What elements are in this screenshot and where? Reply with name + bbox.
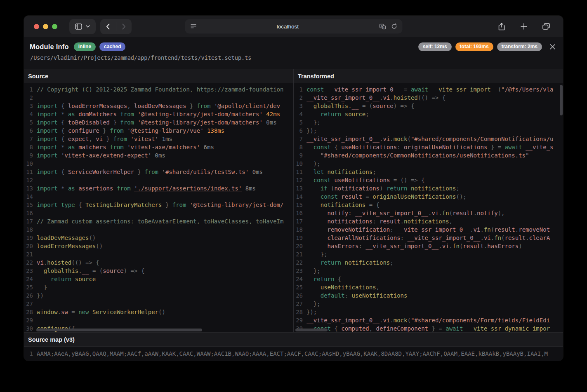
minimize-window-button[interactable]	[43, 24, 48, 29]
code-token: {	[75, 202, 85, 208]
reader-icon[interactable]	[190, 24, 196, 29]
code-token: .	[438, 243, 442, 249]
code-token: from	[144, 169, 158, 175]
code-line: 5 };	[294, 118, 563, 127]
code-token	[306, 259, 321, 266]
code-token	[306, 292, 321, 299]
code-token: useNotifications	[321, 284, 376, 291]
code-line: 3import { loadErrorMessages, loadDevMess…	[24, 102, 293, 110]
code-token: :	[372, 218, 380, 225]
code-token: __	[82, 268, 89, 274]
code-token: import type	[37, 202, 75, 208]
code-token: mock	[394, 136, 408, 142]
translate-icon[interactable]: Ax	[379, 23, 386, 29]
code-token: } =	[428, 325, 446, 332]
horizontal-scrollbar[interactable]	[36, 329, 202, 331]
source-code[interactable]: 1// Copyright (C) 2012-2025 Zammad Found…	[24, 83, 293, 332]
code-text	[37, 209, 293, 217]
line-number: 1	[294, 85, 306, 94]
address-bar[interactable]: localhost Ax	[185, 19, 402, 34]
code-token: const	[314, 144, 331, 150]
line-number: 23	[294, 267, 306, 275]
code-token: .	[58, 309, 61, 315]
code-token: vi	[383, 94, 390, 101]
code-token: {	[334, 276, 341, 282]
code-text: import type { TestingLibraryMatchers } f…	[37, 201, 293, 209]
code-text: import { loadErrorMessages, loadDevMessa…	[37, 102, 293, 110]
code-text	[37, 160, 293, 168]
close-button[interactable]	[549, 44, 556, 50]
line-number: 2	[24, 94, 37, 102]
transformed-code[interactable]: 1const __vite_ssr_import_0__ = await __v…	[294, 83, 563, 332]
line-number: 18	[24, 225, 37, 234]
share-button[interactable]	[495, 20, 508, 33]
code-token: });	[306, 127, 317, 134]
line-number: 9	[24, 151, 37, 160]
code-token: // Copyright (C) 2012-2025 Zammad Founda…	[37, 86, 283, 93]
line-number: 27	[294, 300, 306, 308]
code-token	[306, 103, 314, 109]
chevron-right-icon	[122, 23, 126, 30]
code-token: from	[172, 202, 186, 208]
code-token: .	[480, 235, 483, 241]
code-token: result	[494, 226, 515, 233]
line-number: 21	[294, 250, 306, 258]
new-tab-button[interactable]	[518, 20, 530, 33]
line-number: 20	[24, 242, 37, 250]
code-line: 13import * as assertions from './support…	[24, 184, 293, 192]
code-token: ,	[89, 136, 96, 142]
forward-button[interactable]	[116, 19, 132, 34]
code-token: loadDevMessages	[37, 235, 89, 241]
code-token: __vite_ssr_dynamic_impor	[463, 325, 550, 332]
line-number: 15	[294, 201, 306, 209]
vertical-scrollbar[interactable]	[560, 85, 563, 115]
tabs-overview-button[interactable]	[540, 20, 552, 33]
code-text	[37, 192, 293, 201]
code-token: = (	[358, 103, 372, 109]
line-number: 9	[294, 151, 306, 160]
code-token: loadErrorMessages	[37, 243, 96, 249]
zoom-window-button[interactable]	[52, 24, 57, 29]
line-number: 14	[24, 192, 37, 201]
code-text: useNotifications,	[306, 283, 563, 291]
code-text: __vite_ssr_import_0__.vi.hoisted(() => {	[306, 94, 563, 102]
line-number: 27	[24, 300, 37, 308]
module-file-path: /Users/vladimir/Projects/zammad/app/fron…	[30, 54, 556, 61]
line-number: 6	[294, 127, 306, 135]
code-text: import { expect, vi } from 'vitest' 1ms	[37, 135, 293, 143]
back-button[interactable]	[100, 19, 116, 34]
horizontal-scrollbar[interactable]	[295, 329, 328, 331]
code-token: = {	[365, 202, 380, 208]
code-token: 6ms	[200, 144, 214, 150]
url-text[interactable]: localhost	[196, 23, 379, 30]
close-window-button[interactable]	[34, 24, 39, 29]
line-number: 18	[294, 225, 306, 234]
module-info-header: Module Info inlinecached self: 12mstotal…	[24, 37, 563, 69]
code-token	[306, 284, 321, 291]
code-token: {	[58, 103, 68, 109]
code-token: window	[37, 309, 58, 315]
code-token: {	[331, 325, 341, 332]
import-link[interactable]: './support/assertions/index.ts'	[134, 185, 242, 192]
code-token: assertions	[75, 185, 113, 192]
source-panel: Source 1// Copyright (C) 2012-2025 Zamma…	[24, 69, 294, 332]
code-token: ),	[498, 210, 505, 216]
code-token: __vite_ssr_import_0__	[365, 243, 438, 249]
line-number: 17	[294, 217, 306, 225]
line-number: 16	[24, 209, 37, 217]
code-token: notifications	[404, 218, 449, 225]
code-text: if (notifications) return notifications;	[306, 184, 563, 192]
timing-badges: self: 12mstotal: 193mstransform: 2ms	[418, 42, 542, 51]
timing-badge: total: 193ms	[455, 42, 493, 51]
code-token	[306, 218, 328, 225]
code-token: removeNot	[519, 226, 550, 233]
line-number: 6	[24, 127, 37, 135]
sidebar-toggle-button[interactable]	[69, 19, 96, 34]
reload-icon[interactable]	[391, 23, 397, 30]
code-line: 23 globalThis.__ = (source) => {	[24, 267, 293, 275]
code-token: '@testing-library/jest-dom/	[186, 202, 283, 208]
code-token: TestingLibraryMatchers	[85, 202, 162, 208]
code-token: "#shared/components/CommonNotifications/…	[306, 152, 529, 159]
code-token: import	[37, 144, 58, 150]
line-number: 29	[24, 316, 37, 324]
